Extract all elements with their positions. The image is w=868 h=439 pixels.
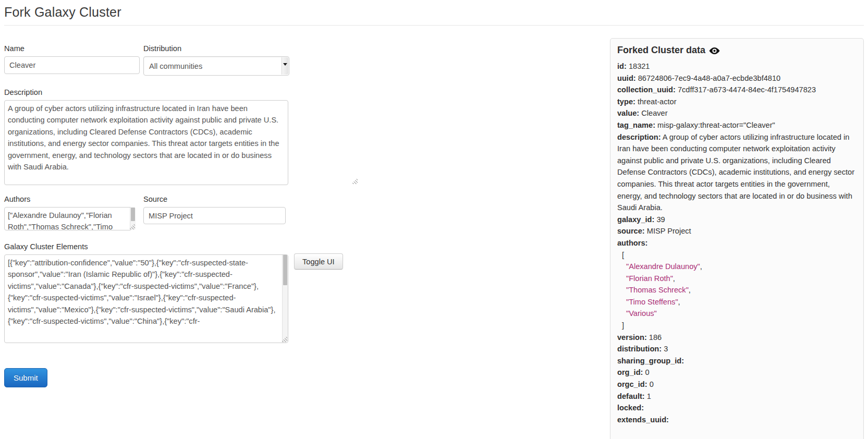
author-name: "Florian Roth" [626,274,673,283]
description-field-group: Description A group of cyber actors util… [4,88,359,185]
elements-field-group: Galaxy Cluster Elements [{"key":"attribu… [4,242,359,343]
description-label: Description [4,88,359,96]
field-key: version: [617,333,647,342]
panel-field-distribution: distribution: 3 [617,343,857,355]
json-close-bracket: ] [617,320,857,332]
forked-cluster-data-panel: Forked Cluster data id: 18321uuid: 86724… [610,38,864,439]
source-field-group: Source [143,195,286,230]
author-name: "Thomas Schreck" [626,286,689,294]
panel-field-extends_uuid: extends_uuid: [617,414,857,426]
scrollbar-thumb[interactable] [283,255,287,285]
author-line: "Alexandre Dulaunoy", [617,261,857,273]
fork-cluster-form: Name Distribution All communities Descri… [4,44,359,387]
panel-field-version: version: 186 [617,332,857,344]
json-open-bracket: [ [617,249,857,261]
authors-textarea[interactable]: ["Alexandre Dulaunoy","Florian Roth","Th… [4,207,132,230]
field-key: description: [617,133,661,141]
panel-title: Forked Cluster data [617,45,705,56]
name-distribution-row: Name Distribution All communities [4,44,359,76]
submit-button[interactable]: Submit [4,368,47,387]
field-key: source: [617,227,645,235]
panel-field-uuid: uuid: 86724806-7ec9-4a48-a0a7-ecbde3bf48… [617,72,857,84]
field-key: id: [617,62,627,70]
field-key: type: [617,97,635,106]
panel-field-sharing_group_id: sharing_group_id: [617,355,857,367]
panel-field-value: value: Cleaver [617,107,857,119]
author-name: "Timo Steffens" [626,298,678,306]
panel-field-description: description: A group of cyber actors uti… [617,131,857,214]
panel-field-authors: authors: [617,237,857,249]
field-key: default: [617,392,645,400]
distribution-select[interactable]: All communities [143,56,289,76]
source-input[interactable] [143,207,286,224]
eye-icon[interactable] [709,47,720,55]
author-name: "Various" [626,309,657,318]
select-dropdown-arrow-icon[interactable] [282,57,288,75]
panel-field-source: source: MISP Project [617,225,857,237]
panel-field-id: id: 18321 [617,60,857,72]
author-line: "Timo Steffens", [617,296,857,308]
field-key: extends_uuid: [617,416,669,424]
panel-field-type: type: threat-actor [617,96,857,108]
page-title: Fork Galaxy Cluster [4,0,864,25]
panel-field-locked: locked: [617,402,857,414]
source-label: Source [143,195,286,203]
author-line: "Thomas Schreck", [617,284,857,296]
panel-field-galaxy_id: galaxy_id: 39 [617,214,857,226]
author-name: "Alexandre Dulaunoy" [626,262,700,271]
author-line: "Various" [617,308,857,320]
field-key: authors: [617,239,647,247]
authors-json-list: ["Alexandre Dulaunoy","Florian Roth","Th… [617,249,857,332]
panel-field-orgc_id: orgc_id: 0 [617,379,857,391]
distribution-field-group: Distribution All communities [143,44,289,76]
field-key: sharing_group_id: [617,357,684,365]
panel-field-org_id: org_id: 0 [617,367,857,379]
panel-field-collection_uuid: collection_uuid: 7cdff317-a673-4474-84ec… [617,84,857,96]
authors-field-group: Authors ["Alexandre Dulaunoy","Florian R… [4,195,136,230]
field-key: distribution: [617,345,662,353]
toggle-ui-button[interactable]: Toggle UI [294,253,343,270]
field-key: locked: [617,404,644,412]
authors-source-row: Authors ["Alexandre Dulaunoy","Florian R… [4,195,359,230]
field-key: value: [617,109,639,117]
scrollbar-thumb[interactable] [131,208,135,221]
distribution-selected-value: All communities [149,62,202,70]
name-input[interactable] [4,56,140,74]
distribution-label: Distribution [143,44,289,53]
elements-scrollbar[interactable] [282,255,288,343]
fork-galaxy-cluster-page: Fork Galaxy Cluster Name Distribution Al… [0,0,868,439]
field-key: uuid: [617,74,636,82]
field-key: orgc_id: [617,380,647,388]
field-key: collection_uuid: [617,86,676,94]
textarea-resize-handle[interactable] [351,178,358,184]
galaxy-cluster-elements-textarea[interactable]: [{"key":"attribution-confidence","value"… [4,254,288,343]
authors-label: Authors [4,195,136,203]
author-line: "Florian Roth", [617,273,857,285]
field-key: tag_name: [617,121,655,129]
caret-down-icon [283,63,287,66]
panel-field-default: default: 1 [617,391,857,403]
panel-field-tag_name: tag_name: misp-galaxy:threat-actor="Clea… [617,119,857,131]
field-key: org_id: [617,368,643,376]
field-key: galaxy_id: [617,215,654,224]
name-field-group: Name [4,44,140,76]
galaxy-cluster-elements-label: Galaxy Cluster Elements [4,242,359,251]
description-textarea[interactable]: A group of cyber actors utilizing infras… [4,100,288,185]
name-label: Name [4,44,140,53]
panel-fields: id: 18321uuid: 86724806-7ec9-4a48-a0a7-e… [617,60,857,425]
